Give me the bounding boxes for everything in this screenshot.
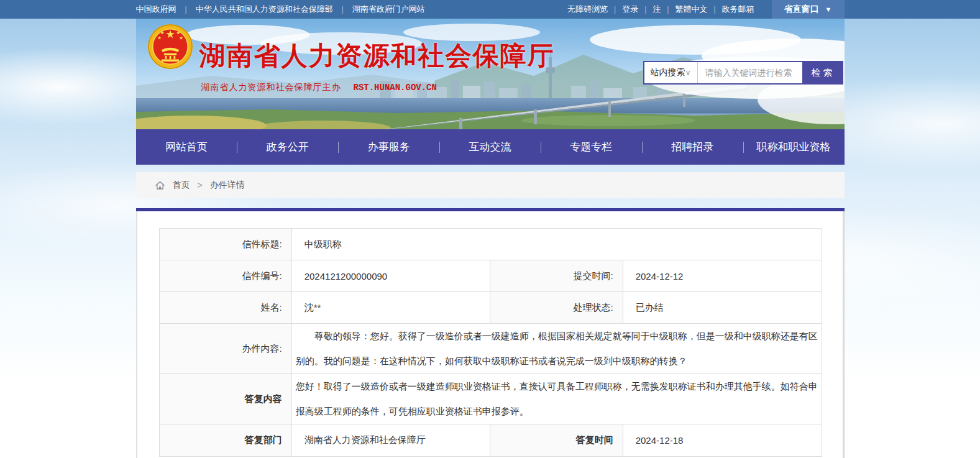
- topbar-link-accessibility[interactable]: 无障碍浏览: [567, 4, 608, 15]
- reply-dept-value: 湖南省人力资源和社会保障厅: [291, 424, 490, 457]
- topbar-link-login[interactable]: 登录: [622, 4, 638, 15]
- content-value: 尊敬的领导：您好。获得了一级造价或者一级建造师，根据国家相关规定就等同于中级职称…: [291, 324, 822, 374]
- site-host-label: 湖南省人力资源和社会保障厅主办: [201, 82, 341, 93]
- letter-title-label: 信件标题:: [159, 229, 291, 260]
- submit-time-value: 2024-12-12: [623, 260, 822, 292]
- topbar-link-traditional-chinese[interactable]: 繁體中文: [675, 4, 707, 15]
- table-row: 信件标题: 中级职称: [159, 229, 822, 260]
- status-value: 已办结: [623, 292, 822, 324]
- separator: |: [644, 5, 646, 14]
- separator: |: [342, 5, 344, 14]
- nav-item-gov-info[interactable]: 政务公开: [237, 129, 338, 165]
- nav-item-special-topics[interactable]: 专题专栏: [541, 129, 642, 165]
- reply-content-value: 您好！取得了一级造价或者一级建造师职业资格证书，直接认可具备工程师职称，无需换发…: [291, 374, 822, 424]
- letter-number-value: 2024121200000090: [291, 260, 490, 292]
- breadcrumb-home-link[interactable]: 首页: [173, 180, 190, 191]
- separator: |: [614, 5, 616, 14]
- provincial-window-dropdown[interactable]: 省直窗口 ▼: [772, 0, 845, 19]
- provincial-window-label: 省直窗口: [784, 4, 819, 15]
- content-label: 办件内容:: [159, 324, 291, 374]
- main-navigation: 网站首页 政务公开 办事服务 互动交流 专题专栏 招聘招录 职称和职业资格: [136, 129, 845, 165]
- select-caret-icon: ∨: [685, 68, 691, 77]
- name-label: 姓名:: [159, 292, 291, 324]
- topbar-left-links: 中国政府网 | 中华人民共和国人力资源和社会保障部 | 湖南省政府门户网站: [136, 0, 425, 19]
- site-header-banner: 湖南省人力资源和社会保障厅 湖南省人力资源和社会保障厅主办 RST.HUNAN.…: [136, 19, 845, 129]
- search-button[interactable]: 检 索: [802, 62, 842, 83]
- site-search-bar: 站内搜索 ∨ 检 索: [643, 61, 843, 85]
- national-emblem-logo: [147, 24, 193, 70]
- top-utility-bar: 中国政府网 | 中华人民共和国人力资源和社会保障部 | 湖南省政府门户网站 无障…: [0, 0, 980, 19]
- chevron-down-icon: ▼: [825, 6, 832, 13]
- table-row: 姓名: 沈** 处理状态: 已办结: [159, 292, 822, 324]
- home-icon: [155, 180, 165, 191]
- topbar-link-gov-cn[interactable]: 中国政府网: [136, 4, 176, 15]
- table-row: 答复部门 湖南省人力资源和社会保障厅 答复时间 2024-12-18: [159, 424, 822, 457]
- name-value: 沈**: [291, 292, 490, 324]
- letter-number-label: 信件编号:: [159, 260, 291, 292]
- nav-item-recruitment[interactable]: 招聘招录: [642, 129, 743, 165]
- reply-content-label: 答复内容: [159, 374, 291, 424]
- nav-item-interaction[interactable]: 互动交流: [439, 129, 541, 165]
- site-title: 湖南省人力资源和社会保障厅: [199, 39, 555, 73]
- status-label: 处理状态:: [490, 292, 623, 324]
- breadcrumb-separator: >: [198, 180, 203, 190]
- table-row: 办件内容: 尊敬的领导：您好。获得了一级造价或者一级建造师，根据国家相关规定就等…: [159, 324, 822, 374]
- breadcrumb-current: 办件详情: [210, 180, 245, 191]
- submit-time-label: 提交时间:: [490, 260, 623, 292]
- topbar-link-hunan-gov[interactable]: 湖南省政府门户网站: [352, 4, 425, 15]
- reply-dept-label: 答复部门: [159, 424, 291, 457]
- reply-time-label: 答复时间: [490, 424, 623, 457]
- letter-detail-table: 信件标题: 中级职称 信件编号: 2024121200000090 提交时间: …: [159, 228, 822, 457]
- topbar-link-mohrss[interactable]: 中华人民共和国人力资源和社会保障部: [196, 4, 333, 15]
- letter-detail-panel: 信件标题: 中级职称 信件编号: 2024121200000090 提交时间: …: [136, 211, 845, 458]
- separator: |: [667, 5, 669, 14]
- nav-item-services[interactable]: 办事服务: [338, 129, 439, 165]
- reply-time-value: 2024-12-18: [623, 424, 822, 457]
- search-scope-label: 站内搜索: [651, 67, 685, 78]
- separator: |: [713, 5, 715, 14]
- site-domain: RST.HUNAN.GOV.CN: [354, 83, 437, 93]
- breadcrumb: 首页 > 办件详情: [136, 172, 845, 198]
- topbar-link-register[interactable]: 注: [653, 4, 661, 15]
- letter-title-value: 中级职称: [291, 229, 822, 260]
- topbar-link-gov-mail[interactable]: 政务邮箱: [722, 4, 754, 15]
- table-row: 答复内容 您好！取得了一级造价或者一级建造师职业资格证书，直接认可具备工程师职称…: [159, 374, 822, 424]
- separator: |: [185, 5, 187, 14]
- topbar-right-links: 无障碍浏览 | 登录 | 注 | 繁體中文 | 政务邮箱 省直窗口 ▼: [567, 0, 844, 19]
- site-subtitle-row: 湖南省人力资源和社会保障厅主办 RST.HUNAN.GOV.CN: [201, 82, 437, 93]
- search-scope-select[interactable]: 站内搜索 ∨: [644, 62, 698, 83]
- nav-item-home[interactable]: 网站首页: [136, 129, 237, 165]
- search-input[interactable]: [698, 62, 802, 83]
- nav-item-professional-titles[interactable]: 职称和职业资格: [743, 129, 845, 165]
- table-row: 信件编号: 2024121200000090 提交时间: 2024-12-12: [159, 260, 822, 292]
